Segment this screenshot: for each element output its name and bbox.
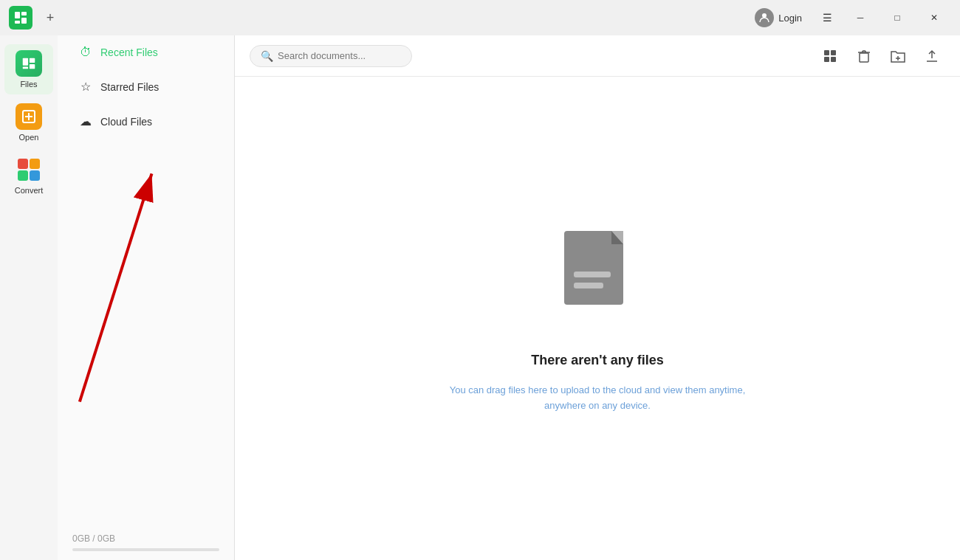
- star-icon: ☆: [78, 80, 93, 94]
- svg-line-13: [80, 173, 152, 401]
- nav-recent-files[interactable]: ⏱ Recent Files: [64, 37, 228, 68]
- nav-panel: ⏱ Recent Files ☆ Starred Files ☁ Cloud F…: [58, 35, 235, 560]
- convert-icon: [16, 156, 42, 183]
- svg-rect-6: [30, 58, 35, 63]
- empty-title: There aren't any files: [531, 353, 663, 368]
- sidebar-item-open[interactable]: Open: [4, 97, 53, 148]
- sidebar-files-label: Files: [20, 80, 37, 89]
- svg-rect-0: [15, 12, 20, 18]
- nav-starred-label: Starred Files: [100, 81, 159, 93]
- app-logo: [9, 6, 32, 30]
- svg-rect-3: [15, 21, 20, 24]
- search-input[interactable]: [278, 50, 396, 61]
- minimize-button[interactable]: ─: [843, 6, 877, 30]
- close-button[interactable]: ✕: [917, 6, 951, 30]
- sidebar-convert-label: Convert: [15, 186, 44, 195]
- nav-cloud-label: Cloud Files: [100, 116, 152, 128]
- main-empty-area: There aren't any files You can drag file…: [235, 77, 960, 560]
- maximize-button[interactable]: □: [880, 6, 914, 30]
- sidebar-item-files[interactable]: Files: [4, 44, 53, 94]
- svg-rect-7: [30, 64, 35, 69]
- open-icon: [16, 103, 42, 130]
- login-label: Login: [778, 13, 802, 24]
- recent-icon: ⏱: [78, 46, 93, 59]
- svg-rect-18: [860, 53, 868, 62]
- main-content: 🔍: [235, 35, 960, 560]
- upload-button[interactable]: [919, 43, 945, 69]
- hamburger-button[interactable]: ☰: [814, 6, 840, 30]
- files-icon: [16, 50, 42, 77]
- delete-button[interactable]: [851, 43, 877, 69]
- svg-rect-1: [21, 12, 27, 15]
- empty-doc-icon: [553, 224, 642, 331]
- search-icon: 🔍: [261, 50, 273, 62]
- svg-rect-31: [574, 283, 603, 288]
- nav-recent-label: Recent Files: [100, 46, 158, 58]
- svg-rect-30: [574, 272, 611, 277]
- storage-label: 0GB / 0GB: [72, 533, 115, 544]
- grid-view-button[interactable]: [817, 43, 843, 69]
- user-info: Login: [755, 8, 802, 27]
- svg-rect-16: [824, 57, 829, 62]
- nav-cloud-files[interactable]: ☁ Cloud Files: [64, 106, 228, 137]
- svg-rect-5: [23, 58, 28, 66]
- main-toolbar: 🔍: [235, 35, 960, 77]
- sidebar-icons: Files Open Convert: [0, 35, 58, 560]
- new-tab-button[interactable]: +: [40, 7, 61, 28]
- cloud-icon: ☁: [78, 114, 93, 128]
- empty-subtitle: You can drag files here to upload to the…: [442, 383, 752, 414]
- titlebar-controls: Login ☰ ─ □ ✕: [755, 6, 951, 30]
- add-folder-button[interactable]: [885, 43, 911, 69]
- svg-rect-15: [831, 50, 836, 55]
- title-bar: + Login ☰ ─ □ ✕: [0, 0, 960, 35]
- svg-rect-17: [831, 57, 836, 62]
- svg-rect-14: [824, 50, 829, 55]
- storage-info: 0GB / 0GB: [58, 525, 234, 560]
- app-body: Files Open Convert ⏱: [0, 35, 960, 560]
- sidebar-item-convert[interactable]: Convert: [4, 151, 53, 201]
- svg-point-4: [762, 13, 767, 18]
- svg-rect-2: [21, 18, 27, 24]
- storage-bar: [72, 548, 219, 551]
- search-box[interactable]: 🔍: [250, 45, 412, 67]
- nav-starred-files[interactable]: ☆ Starred Files: [64, 71, 228, 103]
- svg-rect-8: [23, 67, 28, 69]
- user-avatar: [755, 8, 774, 27]
- sidebar-open-label: Open: [19, 133, 39, 142]
